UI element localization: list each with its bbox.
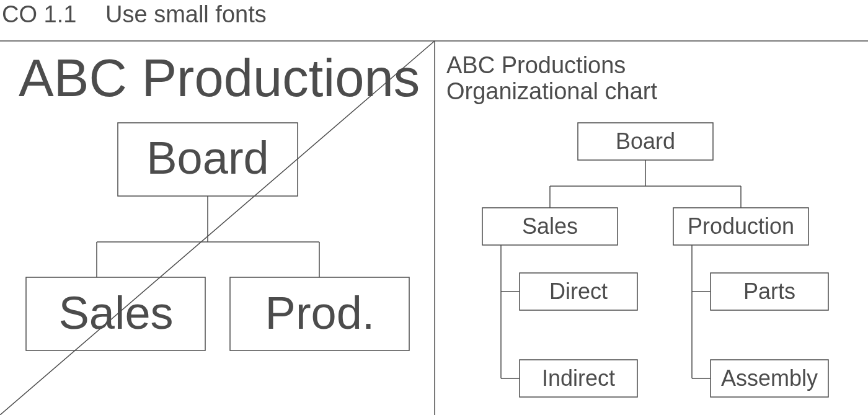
left-title: ABC Productions xyxy=(19,48,420,107)
left-prod-label: Prod. xyxy=(265,287,375,339)
right-assembly-node: Assembly xyxy=(711,360,828,397)
left-panel: ABC Productions Board Sales Prod. xyxy=(0,41,435,415)
figure: CO 1.1 Use small fonts ABC Productions B… xyxy=(0,0,868,415)
right-panel: ABC Productions Organizational chart Boa… xyxy=(446,52,828,397)
right-indirect-label: Indirect xyxy=(542,365,615,391)
left-sales-node: Sales xyxy=(26,277,205,350)
right-title-1: ABC Productions xyxy=(446,52,626,78)
right-sales-label: Sales xyxy=(522,213,578,239)
right-title-2: Organizational chart xyxy=(446,78,658,104)
left-sales-label: Sales xyxy=(58,287,173,339)
right-parts-label: Parts xyxy=(743,279,795,304)
left-board-label: Board xyxy=(146,132,268,184)
right-production-node: Production xyxy=(673,208,808,245)
right-direct-label: Direct xyxy=(549,279,608,304)
header-code: CO 1.1 xyxy=(2,1,76,27)
right-direct-node: Direct xyxy=(520,273,637,310)
right-indirect-node: Indirect xyxy=(520,360,637,397)
left-board-node: Board xyxy=(118,123,298,196)
right-board-node: Board xyxy=(578,123,713,160)
right-sales-node: Sales xyxy=(482,208,618,245)
right-board-label: Board xyxy=(616,128,675,154)
right-parts-node: Parts xyxy=(711,273,828,310)
header-title: Use small fonts xyxy=(105,1,267,27)
right-assembly-label: Assembly xyxy=(721,365,818,391)
right-production-label: Production xyxy=(688,213,794,239)
left-prod-node: Prod. xyxy=(230,277,409,350)
